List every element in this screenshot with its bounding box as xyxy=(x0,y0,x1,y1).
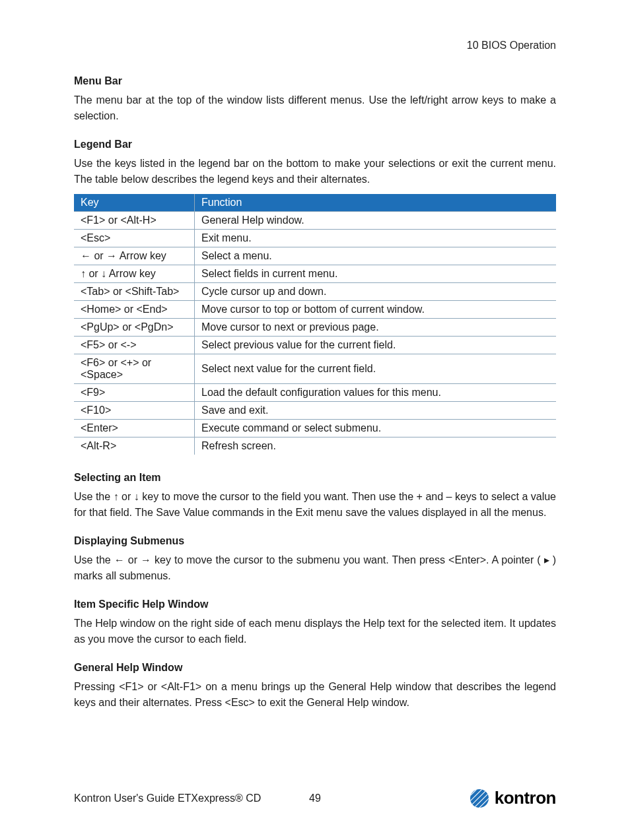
text-menu-bar: The menu bar at the top of the window li… xyxy=(74,92,556,124)
page: 10 BIOS Operation Menu Bar The menu bar … xyxy=(0,0,630,840)
table-row: <Esc>Exit menu. xyxy=(74,230,556,247)
heading-submenus: Displaying Submenus xyxy=(74,535,556,547)
kontron-logo-icon xyxy=(470,789,489,808)
cell-key: <Esc> xyxy=(74,230,195,247)
cell-key: <Alt-R> xyxy=(74,437,195,455)
cell-key: <F9> xyxy=(74,384,195,402)
table-row: <F1> or <Alt-H>General Help window. xyxy=(74,212,556,230)
page-footer: Kontron User's Guide ETXexpress® CD 49 xyxy=(74,788,556,808)
text-general-help: Pressing <F1> or <Alt-F1> on a menu brin… xyxy=(74,679,556,711)
cell-key: <F6> or <+> or <Space> xyxy=(74,354,195,384)
table-row: <Alt-R>Refresh screen. xyxy=(74,437,556,455)
col-function: Function xyxy=(195,194,557,212)
table-row: <F6> or <+> or <Space>Select next value … xyxy=(74,354,556,384)
cell-key: <Tab> or <Shift-Tab> xyxy=(74,283,195,301)
footer-logo: kontron xyxy=(470,788,556,808)
table-row: <F5> or <->Select previous value for the… xyxy=(74,337,556,354)
cell-key: <Enter> xyxy=(74,420,195,437)
legend-table: Key Function <F1> or <Alt-H>General Help… xyxy=(74,194,556,455)
cell-fn: Refresh screen. xyxy=(195,437,557,455)
text-item-help: The Help window on the right side of eac… xyxy=(74,616,556,647)
footer-guide-title: Kontron User's Guide ETXexpress® CD xyxy=(74,792,261,804)
footer-brand-text: kontron xyxy=(495,788,556,808)
table-row: <Home> or <End>Move cursor to top or bot… xyxy=(74,301,556,319)
table-row: ← or → Arrow keySelect a menu. xyxy=(74,247,556,265)
table-row: <Enter>Execute command or select submenu… xyxy=(74,420,556,437)
cell-key: ↑ or ↓ Arrow key xyxy=(74,265,195,283)
table-row: <Tab> or <Shift-Tab>Cycle cursor up and … xyxy=(74,283,556,301)
text-submenus: Use the ← or → key to move the cursor to… xyxy=(74,552,556,584)
cell-fn: General Help window. xyxy=(195,212,557,230)
cell-key: ← or → Arrow key xyxy=(74,247,195,265)
table-row: ↑ or ↓ Arrow keySelect fields in current… xyxy=(74,265,556,283)
table-header-row: Key Function xyxy=(74,194,556,212)
cell-fn: Execute command or select submenu. xyxy=(195,420,557,437)
heading-legend-bar: Legend Bar xyxy=(74,139,556,150)
cell-fn: Save and exit. xyxy=(195,402,557,420)
col-key: Key xyxy=(74,194,195,212)
cell-fn: Select fields in current menu. xyxy=(195,265,557,283)
heading-item-help: Item Specific Help Window xyxy=(74,598,556,610)
cell-fn: Select a menu. xyxy=(195,247,557,265)
cell-key: <F5> or <-> xyxy=(74,337,195,354)
cell-fn: Select previous value for the current fi… xyxy=(195,337,557,354)
text-selecting-item: Use the ↑ or ↓ key to move the cursor to… xyxy=(74,489,556,521)
text-legend-bar: Use the keys listed in the legend bar on… xyxy=(74,156,556,187)
cell-key: <F10> xyxy=(74,402,195,420)
cell-key: <Home> or <End> xyxy=(74,301,195,319)
cell-fn: Move cursor to next or previous page. xyxy=(195,319,557,337)
cell-fn: Cycle cursor up and down. xyxy=(195,283,557,301)
cell-key: <PgUp> or <PgDn> xyxy=(74,319,195,337)
cell-fn: Select next value for the current field. xyxy=(195,354,557,384)
heading-general-help: General Help Window xyxy=(74,662,556,674)
cell-fn: Exit menu. xyxy=(195,230,557,247)
cell-key: <F1> or <Alt-H> xyxy=(74,212,195,230)
table-row: <PgUp> or <PgDn>Move cursor to next or p… xyxy=(74,319,556,337)
cell-fn: Load the default configuration values fo… xyxy=(195,384,557,402)
chapter-header: 10 BIOS Operation xyxy=(74,40,556,51)
heading-menu-bar: Menu Bar xyxy=(74,75,556,87)
cell-fn: Move cursor to top or bottom of current … xyxy=(195,301,557,319)
table-row: <F9>Load the default configuration value… xyxy=(74,384,556,402)
heading-selecting-item: Selecting an Item xyxy=(74,472,556,484)
table-row: <F10>Save and exit. xyxy=(74,402,556,420)
